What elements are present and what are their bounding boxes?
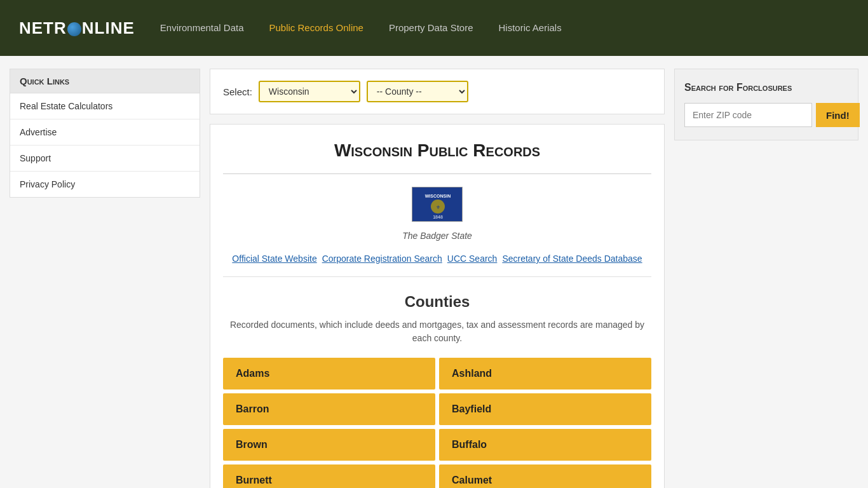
county-btn-bayfield[interactable]: Bayfield bbox=[439, 393, 651, 425]
link-sos-deeds[interactable]: Secretary of State Deeds Database bbox=[502, 254, 642, 264]
sidebar-item-real-estate[interactable]: Real Estate Calculators bbox=[10, 93, 200, 119]
zip-input[interactable] bbox=[684, 103, 812, 127]
state-select[interactable]: Wisconsin bbox=[259, 81, 360, 102]
county-btn-adams[interactable]: Adams bbox=[223, 358, 435, 390]
page-title: Wisconsin Public Records bbox=[223, 140, 651, 174]
county-select[interactable]: -- County -- bbox=[367, 81, 468, 102]
state-links: Official State Website Corporate Registr… bbox=[223, 254, 651, 277]
select-label: Select: bbox=[223, 86, 252, 97]
find-button[interactable]: Find! bbox=[816, 103, 860, 127]
flag-container: WISCONSIN 1848 ⚜ bbox=[223, 187, 651, 224]
zip-row: Find! bbox=[684, 103, 848, 127]
counties-title: Counties bbox=[223, 293, 651, 311]
counties-section: Counties Recorded documents, which inclu… bbox=[223, 293, 651, 488]
nav-item-public-records[interactable]: Public Records Online bbox=[269, 22, 363, 34]
content-area: Select: Wisconsin -- County -- Wisconsin… bbox=[210, 69, 665, 488]
link-corporate-reg[interactable]: Corporate Registration Search bbox=[322, 254, 442, 264]
right-sidebar: Search for Forclosures Find! bbox=[674, 69, 858, 488]
county-btn-calumet[interactable]: Calumet bbox=[439, 464, 651, 488]
nav-item-property-data[interactable]: Property Data Store bbox=[389, 22, 473, 34]
county-btn-ashland[interactable]: Ashland bbox=[439, 358, 651, 390]
link-official-state[interactable]: Official State Website bbox=[232, 254, 316, 264]
sidebar-item-privacy[interactable]: Privacy Policy bbox=[10, 172, 200, 197]
state-flag: WISCONSIN 1848 ⚜ bbox=[412, 187, 463, 222]
nav-item-environmental[interactable]: Environmental Data bbox=[160, 22, 244, 34]
svg-text:WISCONSIN: WISCONSIN bbox=[425, 194, 451, 198]
left-sidebar: Quick Links Real Estate Calculators Adve… bbox=[10, 69, 200, 488]
county-btn-brown[interactable]: Brown bbox=[223, 429, 435, 461]
county-btn-burnett[interactable]: Burnett bbox=[223, 464, 435, 488]
main-content-box: Wisconsin Public Records WISCONSIN 1848 … bbox=[210, 124, 665, 488]
sidebar-item-support[interactable]: Support bbox=[10, 146, 200, 172]
sidebar-item-advertise[interactable]: Advertise bbox=[10, 119, 200, 146]
logo[interactable]: NETRNLINE bbox=[19, 18, 135, 38]
quick-links-section: Quick Links Real Estate Calculators Adve… bbox=[10, 69, 200, 198]
main-wrapper: Quick Links Real Estate Calculators Adve… bbox=[0, 56, 868, 488]
header: NETRNLINE Environmental Data Public Reco… bbox=[0, 0, 868, 56]
foreclosure-title: Search for Forclosures bbox=[684, 82, 848, 93]
counties-desc: Recorded documents, which include deeds … bbox=[223, 318, 651, 345]
counties-grid: AdamsAshlandBarronBayfieldBrownBuffaloBu… bbox=[223, 358, 651, 488]
link-ucc-search[interactable]: UCC Search bbox=[447, 254, 498, 264]
logo-globe-icon bbox=[67, 22, 81, 36]
flag-caption: The Badger State bbox=[223, 231, 651, 241]
county-btn-buffalo[interactable]: Buffalo bbox=[439, 429, 651, 461]
select-bar: Select: Wisconsin -- County -- bbox=[210, 69, 665, 114]
svg-text:1848: 1848 bbox=[433, 215, 443, 219]
nav-item-historic-aerials[interactable]: Historic Aerials bbox=[498, 22, 561, 34]
quick-links-title: Quick Links bbox=[10, 69, 200, 93]
foreclosure-box: Search for Forclosures Find! bbox=[674, 69, 858, 140]
svg-text:⚜: ⚜ bbox=[436, 205, 440, 210]
county-btn-barron[interactable]: Barron bbox=[223, 393, 435, 425]
main-nav: Environmental Data Public Records Online… bbox=[160, 22, 562, 34]
